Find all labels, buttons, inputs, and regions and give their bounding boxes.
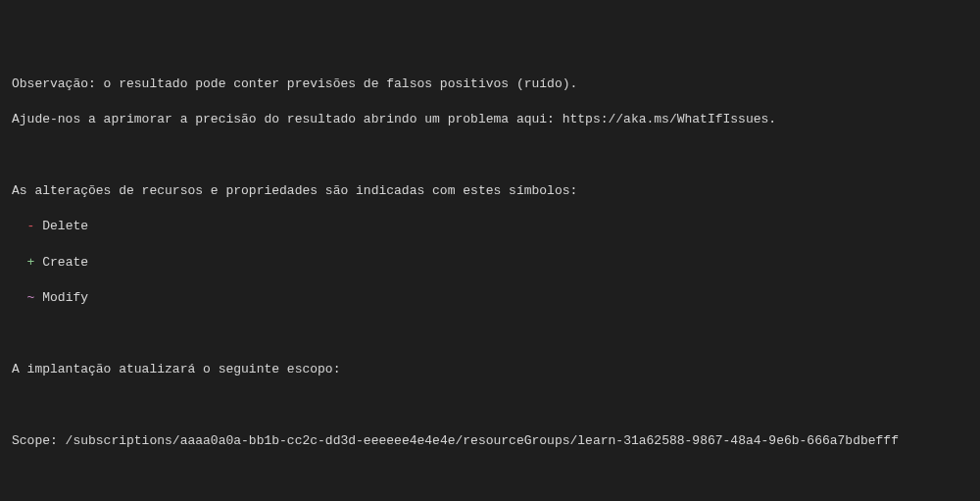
delete-symbol: - <box>27 219 35 233</box>
modify-symbol: ~ <box>27 290 35 305</box>
blank-line <box>12 325 968 342</box>
scope-prefix: /subscriptions/ <box>66 433 180 448</box>
modify-label: Modify <box>42 290 88 305</box>
scope-subid: aaaa0a0a-bb1b-cc2c-dd3d-eeeeee4e4e4e <box>180 433 456 448</box>
blank-line <box>12 396 968 414</box>
legend-intro: As alterações de recursos e propriedades… <box>12 182 968 200</box>
scope-suffix: /resourceGroups/learn-31a62588-9867-48a4… <box>456 433 899 448</box>
observation-line: Observação: o resultado pode conter prev… <box>12 75 968 93</box>
scope-label: Scope: <box>12 433 66 448</box>
scope-line: Scope: /subscriptions/aaaa0a0a-bb1b-cc2c… <box>12 432 968 450</box>
legend-delete: - Delete <box>12 218 968 235</box>
create-symbol: + <box>27 255 35 270</box>
help-line: Ajude-nos a aprimorar a precisão do resu… <box>12 111 968 128</box>
legend-create: + Create <box>12 254 968 272</box>
delete-label: Delete <box>42 219 88 233</box>
blank-line <box>12 147 968 165</box>
scope-intro: A implantação atualizará o seguinte esco… <box>12 361 968 378</box>
legend-modify: ~ Modify <box>12 289 968 307</box>
create-label: Create <box>42 255 88 270</box>
blank-line <box>12 468 968 485</box>
